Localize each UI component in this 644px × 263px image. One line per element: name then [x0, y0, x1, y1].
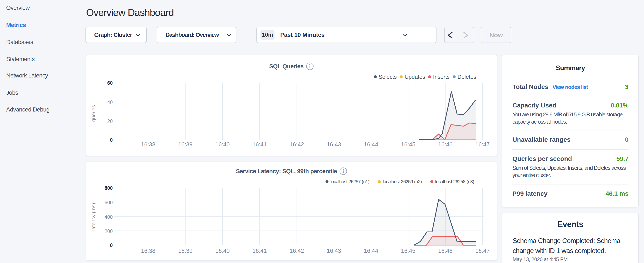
svg-text:16:44: 16:44 — [364, 141, 378, 148]
svg-text:400: 400 — [104, 214, 113, 220]
svg-text:60: 60 — [107, 80, 113, 86]
svg-text:600: 600 — [104, 200, 113, 205]
svg-text:16:47: 16:47 — [476, 141, 490, 148]
svg-text:16:41: 16:41 — [252, 248, 267, 254]
svg-text:16:45: 16:45 — [401, 141, 416, 148]
svg-text:200: 200 — [104, 228, 113, 234]
svg-text:queries: queries — [90, 105, 96, 122]
svg-text:16:41: 16:41 — [252, 141, 267, 148]
svg-text:0: 0 — [110, 242, 113, 248]
svg-text:0: 0 — [110, 137, 113, 143]
svg-text:40: 40 — [107, 100, 113, 105]
svg-text:16:38: 16:38 — [141, 248, 156, 254]
svg-text:800: 800 — [104, 185, 113, 191]
svg-text:16:47: 16:47 — [476, 248, 490, 254]
svg-text:16:38: 16:38 — [141, 141, 156, 148]
svg-text:16:46: 16:46 — [438, 248, 453, 254]
svg-text:latency (ms): latency (ms) — [90, 203, 96, 231]
svg-text:20: 20 — [107, 119, 113, 124]
svg-text:16:44: 16:44 — [364, 248, 378, 254]
svg-text:16:42: 16:42 — [290, 141, 304, 148]
svg-text:16:46: 16:46 — [438, 141, 453, 148]
svg-text:16:40: 16:40 — [216, 248, 230, 254]
svg-text:16:42: 16:42 — [290, 248, 304, 254]
svg-text:16:40: 16:40 — [216, 141, 230, 148]
svg-text:16:39: 16:39 — [178, 248, 193, 254]
svg-text:16:43: 16:43 — [327, 141, 341, 148]
svg-text:16:45: 16:45 — [401, 248, 416, 254]
svg-text:16:43: 16:43 — [327, 248, 341, 254]
svg-text:16:39: 16:39 — [178, 141, 193, 148]
